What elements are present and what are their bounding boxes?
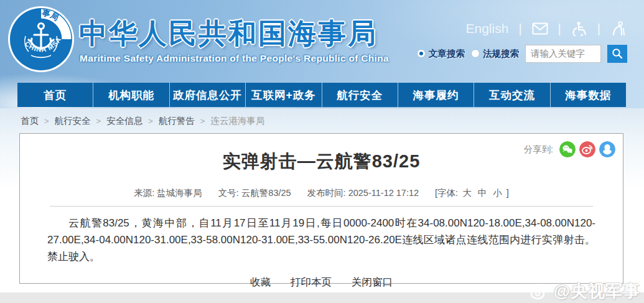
law-search-label: 法规搜索 [483,48,519,60]
print-page-link[interactable]: 打印本页 [291,276,332,289]
radio-unselected-icon[interactable] [471,49,480,58]
mail-icon[interactable] [532,21,548,36]
font-size-switcher: [字体: 大 中 小 ] [435,187,509,199]
breadcrumb-separator: > [44,116,49,126]
font-size-large-button[interactable]: 大 [460,188,474,198]
favorite-link[interactable]: 收藏 [250,276,271,289]
article-meta: 来源: 盐城海事局 文号: 云航警83/25 发布时间: 2025-11-12 … [20,187,623,199]
font-size-label-end: ] [506,188,509,198]
breadcrumb-home[interactable]: 首页 [21,115,39,127]
qq-share-icon[interactable] [599,141,615,157]
breadcrumb-separator: > [200,116,205,126]
breadcrumb-lianyungang-msa: 连云港海事局 [210,115,264,127]
accessibility-wheelchair-icon[interactable] [571,21,587,36]
msa-logo[interactable]: 中国海事局 ★ ★ CHINA MSA [7,6,75,73]
weibo-watermark-icon [530,282,551,301]
wechat-share-icon[interactable] [559,141,576,157]
breadcrumb-navigation-safety[interactable]: 航行安全 [55,115,91,127]
font-size-small-button[interactable]: 小 [491,188,504,198]
search-button[interactable] [607,45,627,63]
font-size-label: [字体: [435,188,458,198]
close-window-link[interactable]: 关闭窗口 [352,276,393,289]
article-panel: 分享到: 实弹射击—云航警83/25 来源: 盐城海事局 文号: [19,133,623,284]
search-input[interactable] [525,45,601,63]
header-search-area: 文章搜索 法规搜索 [417,44,627,63]
search-icon [612,48,623,59]
logo-left-star: ★ [16,37,22,44]
site-subtitle: Maritime Safety Administration of the Pe… [80,53,389,64]
nav-item-internet-gov[interactable]: 互联网+政务 [246,83,322,107]
watermark: @央视军事 [530,280,640,302]
article-search-label: 文章搜索 [429,48,465,60]
meta-divider [50,206,593,207]
weibo-share-icon[interactable] [579,141,595,157]
breadcrumb-separator: > [96,116,101,126]
breadcrumb-separator: > [148,116,153,126]
share-label: 分享到: [523,144,553,156]
law-search-radio[interactable]: 法规搜索 [471,48,519,60]
font-size-medium-button[interactable]: 中 [476,188,489,198]
share-row: 分享到: [523,141,615,157]
english-link[interactable]: English [466,21,509,36]
meta-doc-number: 文号: 云航警83/25 [218,187,291,199]
nav-item-home[interactable]: 首页 [17,83,93,107]
link-separator: | [597,22,600,36]
link-separator: | [518,22,521,36]
header-top-links: English | | | [466,20,627,37]
meta-source: 来源: 盐城海事局 [134,187,202,199]
meta-publish-time: 发布时间: 2025-11-12 17:12 [307,187,419,199]
nav-item-maritime-data[interactable]: 海事数据 [551,83,626,107]
main-nav: 首页 机构职能 政府信息公开 互联网+政务 航行安全 海事履约 互动交流 海事数… [17,83,626,107]
radio-selected-icon[interactable] [417,49,426,58]
article-search-radio[interactable]: 文章搜索 [417,48,465,60]
breadcrumb: 首页 > 航行安全 > 安全信息 > 航行警告 > 连云港海事局 [21,115,264,127]
nav-item-functions[interactable]: 机构职能 [93,83,169,107]
nav-item-interaction[interactable]: 互动交流 [474,83,550,107]
nav-item-maritime-compliance[interactable]: 海事履约 [398,83,474,107]
nav-item-navigation-safety[interactable]: 航行安全 [322,83,398,107]
watermark-text: @央视军事 [554,280,640,302]
breadcrumb-navigation-warning[interactable]: 航行警告 [159,115,195,127]
logo-right-star: ★ [61,37,67,44]
article-body-text: 云航警83/25，黄海中部，自11月17日至11月19日,每日0000-2400… [47,215,595,265]
elderly-person-icon[interactable] [610,21,627,36]
nav-item-gov-info[interactable]: 政府信息公开 [170,83,246,107]
link-separator: | [558,22,561,36]
breadcrumb-safety-info[interactable]: 安全信息 [106,115,142,127]
site-title: 中华人民共和国海事局 [79,15,378,52]
